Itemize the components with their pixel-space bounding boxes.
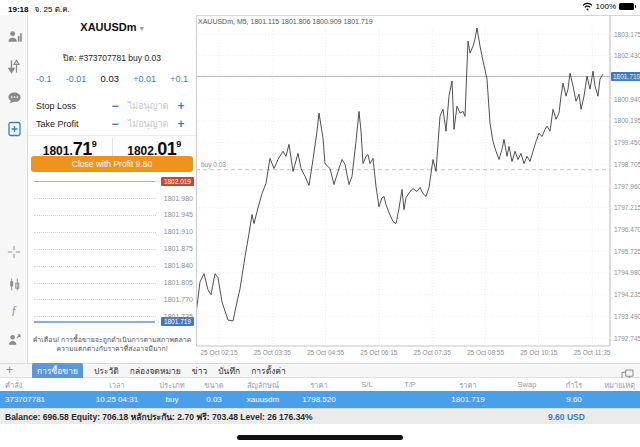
table-header-cell: หมายเหตุ — [598, 379, 640, 391]
chart-ohlc-header: XAUUSDm, M5, 1801.115 1801.806 1800.909 … — [198, 18, 373, 25]
signals-icon[interactable] — [0, 333, 28, 351]
position-label: ปิด: #373707781 buy 0.03 — [28, 51, 196, 65]
symbol-selector[interactable]: XAUUSDm ▾ — [28, 21, 196, 33]
bottom-tab-bar: + การซื้อขายประวัติกล่องจดหมายข่าวบันทึก… — [0, 363, 640, 378]
footer — [0, 424, 640, 447]
ladder-level-label: 1801.770 — [164, 296, 193, 303]
take-profit-plus-button[interactable]: + — [174, 117, 188, 131]
ladder-level-line — [34, 266, 156, 267]
take-profit-row: Take Profit − ไม่อนุญาต + — [36, 117, 188, 131]
mt5-trading-app: 19:18จ. 25 ต.ค. 100% — [0, 0, 640, 447]
x-axis-tick: 25 Oct 07:35 — [404, 349, 460, 356]
y-axis-tick: 1802.430 — [614, 52, 640, 59]
wifi-icon — [582, 2, 593, 11]
stop-loss-field[interactable]: ไม่อนุญาต — [122, 99, 174, 113]
table-cell: 10.25 04:31 — [84, 395, 150, 404]
table-cell: 1801.719 — [432, 395, 504, 404]
x-axis-tick: 25 Oct 04:55 — [298, 349, 354, 356]
x-axis-tick: 25 Oct 06:15 — [351, 349, 407, 356]
y-axis-tick: 1800.195 — [614, 117, 640, 124]
quotes-icon[interactable] — [0, 59, 28, 78]
volume-plus-small-button[interactable]: +0.01 — [133, 74, 156, 84]
x-axis-tick: 25 Oct 03:35 — [244, 349, 300, 356]
ask-level-badge: 1802.019 — [161, 177, 194, 186]
volume-minus-big-button[interactable]: -0.1 — [36, 74, 52, 84]
y-axis-tick: 1803.175 — [614, 31, 640, 38]
y-axis-tick: 1795.725 — [614, 248, 640, 255]
stop-loss-label: Stop Loss — [36, 101, 108, 111]
chart-canvas — [196, 16, 640, 364]
symbol-name: XAUUSDm — [80, 21, 136, 33]
bid-level-line — [34, 321, 155, 323]
sidebar: ƒ M5 — [0, 15, 28, 363]
position-line-label: buy 0.03 — [199, 161, 228, 168]
ladder-level-line — [34, 249, 156, 250]
status-bar: 19:18จ. 25 ต.ค. 100% — [0, 0, 640, 15]
volume-minus-small-button[interactable]: -0.01 — [66, 74, 87, 84]
status-right: 100% — [582, 2, 634, 11]
tab-บันทึก[interactable]: บันทึก — [218, 364, 240, 378]
table-header-cell: ประเภท — [150, 379, 194, 391]
tab-กล่องจดหมาย[interactable]: กล่องจดหมาย — [130, 364, 181, 378]
ladder-level-label: 1801.875 — [164, 245, 193, 252]
price-chart[interactable]: XAUUSDm, M5, 1801.115 1801.806 1800.909 … — [196, 15, 640, 363]
ladder-level-line — [34, 299, 156, 300]
home-indicator[interactable] — [237, 435, 403, 440]
tab-การตั้งค่า[interactable]: การตั้งค่า — [251, 364, 286, 378]
table-cell: xauusdm — [234, 395, 292, 404]
x-axis-tick: 25 Oct 10:15 — [511, 349, 567, 356]
ladder-level-label: 1801.980 — [164, 195, 193, 202]
stop-loss-plus-button[interactable]: + — [174, 99, 188, 113]
ladder-level-line — [34, 283, 156, 284]
volume-stepper: -0.1 -0.01 0.03 +0.01 +0.1 — [36, 73, 188, 84]
y-axis-tick: 1798.705 — [614, 161, 640, 168]
accounts-icon[interactable] — [0, 30, 28, 48]
y-axis-tick: 1794.235 — [614, 291, 640, 298]
quotes-panel: 1801.719 1802.019 — [28, 135, 196, 158]
ask-level-line — [34, 181, 155, 182]
chat-icon[interactable] — [0, 91, 28, 109]
table-header-cell: Swap — [504, 380, 550, 389]
close-position-button[interactable]: Close with Profit 9.60 — [31, 156, 193, 172]
x-axis-tick: 25 Oct 08:55 — [458, 349, 514, 356]
ladder-level-label: 1801.840 — [164, 262, 193, 269]
battery-icon — [619, 3, 634, 10]
trade-panel: XAUUSDm ▾ ปิด: #373707781 buy 0.03 -0.1 … — [28, 15, 196, 363]
new-order-icon[interactable] — [0, 121, 28, 141]
take-profit-field[interactable]: ไม่อนุญาต — [122, 117, 174, 131]
tabs: การซื้อขายประวัติกล่องจดหมายข่าวบันทึกกา… — [32, 364, 286, 377]
indicators-icon[interactable]: ƒ — [0, 303, 28, 318]
table-cell: 9.60 — [550, 395, 598, 404]
add-tab-button[interactable]: + — [6, 364, 13, 377]
ladder-level-label: 1801.805 — [164, 279, 193, 286]
objects-icon[interactable] — [0, 277, 28, 296]
execution-warning: คำเตือน! การซื้อขายจะถูกดำเนินการตามสภาพ… — [28, 335, 196, 353]
crosshair-icon[interactable] — [0, 245, 28, 263]
positions-table-header: คำสั่งเวลาประเภทขนาดสัญลักษณ์ราคาS/LT/Pร… — [0, 378, 640, 391]
volume-plus-big-button[interactable]: +0.1 — [170, 74, 188, 84]
y-axis-tick: 1796.470 — [614, 226, 640, 233]
stop-loss-row: Stop Loss − ไม่อนุญาต + — [36, 99, 188, 113]
y-axis-tick: 1800.940 — [614, 96, 640, 103]
x-axis-tick: 25 Oct 11:35 — [564, 349, 620, 356]
take-profit-minus-button[interactable]: − — [108, 117, 122, 131]
y-axis-tick: 1799.450 — [614, 139, 640, 146]
tab-ประวัติ[interactable]: ประวัติ — [94, 364, 119, 378]
bid-price: 1801.719 — [28, 136, 112, 158]
volume-value[interactable]: 0.03 — [100, 73, 119, 84]
table-cell: buy — [150, 395, 194, 404]
table-header-cell: S/L — [346, 380, 388, 389]
ask-price: 1802.019 — [113, 136, 197, 158]
ladder-level-line — [34, 232, 156, 233]
table-cell: 0.03 — [194, 395, 234, 404]
stop-loss-minus-button[interactable]: − — [108, 99, 122, 113]
y-axis-tick: 1792.745 — [614, 335, 640, 342]
price-ladder: 1802.019 1801.719 1801.9801801.9451801.9… — [28, 173, 196, 331]
tab-การซื้อขาย[interactable]: การซื้อขาย — [32, 363, 83, 379]
tab-ข่าว[interactable]: ข่าว — [192, 364, 207, 378]
table-header-cell: T/P — [388, 380, 432, 389]
position-row[interactable]: 37370778110.25 04:31buy0.03xauusdm1798.5… — [0, 391, 640, 408]
table-header-cell: ราคา — [292, 379, 346, 391]
ladder-level-label: 1801.910 — [164, 228, 193, 235]
account-summary-text: Balance: 696.58 Equity: 706.18 หลักประกั… — [5, 409, 313, 425]
